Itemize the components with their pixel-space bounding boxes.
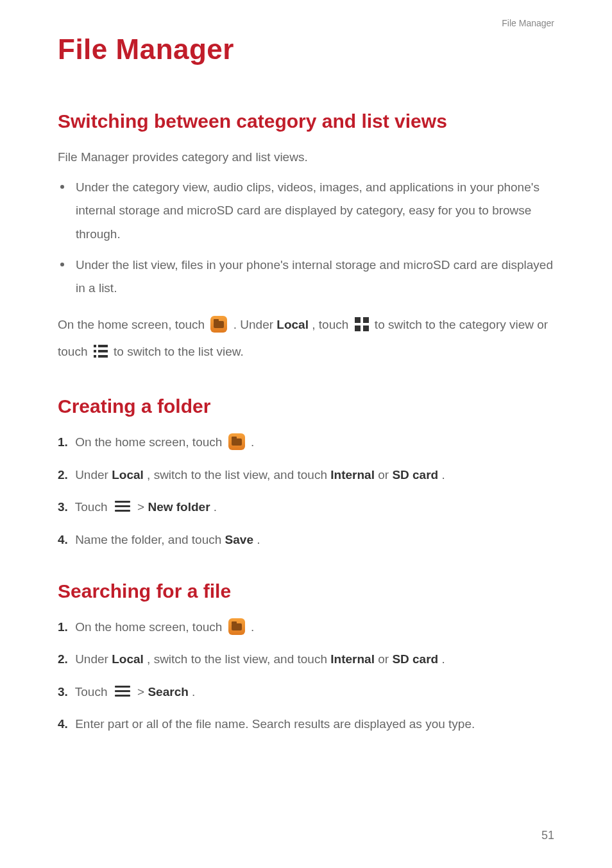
list-item: 4. Enter part or all of the file name. S…	[58, 715, 554, 734]
list-item: Under the list view, files in your phone…	[58, 254, 554, 300]
text-fragment: .	[214, 500, 217, 514]
text-fragment: , switch to the list view, and touch	[147, 652, 330, 666]
text-fragment: Name the folder, and touch	[75, 533, 225, 546]
file-manager-app-icon	[228, 433, 245, 450]
instruction-paragraph: On the home screen, touch . Under Local …	[58, 311, 554, 365]
text-fragment: . Under	[234, 318, 277, 331]
step-number: 4.	[58, 717, 68, 731]
text-fragment: .	[441, 652, 445, 666]
bold-sdcard: SD card	[392, 652, 438, 666]
list-item: Under the category view, audio clips, vi…	[58, 176, 554, 245]
menu-icon	[115, 501, 130, 512]
text-fragment: On the home screen, touch	[75, 620, 225, 634]
text-fragment: Touch	[75, 500, 111, 514]
text-fragment: Under	[75, 652, 112, 666]
text-fragment: .	[251, 620, 254, 634]
text-fragment: On the home screen, touch	[75, 435, 225, 449]
file-manager-app-icon	[228, 618, 245, 635]
ordered-steps: 1. On the home screen, touch . 2. Under …	[58, 433, 554, 550]
bold-new-folder: New folder	[148, 500, 210, 514]
text-fragment: or	[378, 652, 392, 666]
list-item: 2. Under Local , switch to the list view…	[58, 465, 554, 485]
step-number: 3.	[58, 685, 68, 699]
bold-local: Local	[112, 468, 144, 482]
text-fragment: .	[441, 468, 445, 482]
list-item: 4. Name the folder, and touch Save .	[58, 530, 554, 550]
list-item: 1. On the home screen, touch .	[58, 433, 554, 452]
bold-internal: Internal	[330, 652, 375, 666]
step-number: 1.	[58, 435, 68, 449]
step-number: 3.	[58, 500, 68, 514]
page-number: 51	[541, 829, 554, 842]
text-fragment: , touch	[312, 318, 352, 331]
heading-searching-file: Searching for a file	[58, 580, 554, 602]
step-number: 2.	[58, 652, 68, 666]
header-section-label: File Manager	[502, 18, 554, 28]
text-fragment: >	[137, 685, 148, 699]
text-fragment: >	[137, 500, 148, 514]
menu-icon	[115, 686, 130, 697]
intro-paragraph: File Manager provides category and list …	[58, 148, 554, 167]
page-title: File Manager	[58, 33, 554, 65]
text-fragment: On the home screen, touch	[58, 318, 208, 331]
list-view-icon	[94, 345, 108, 358]
heading-switching-views: Switching between category and list view…	[58, 110, 554, 132]
bold-sdcard: SD card	[392, 468, 438, 482]
bold-local: Local	[112, 652, 144, 666]
file-manager-app-icon	[210, 316, 227, 333]
step-number: 2.	[58, 468, 68, 482]
bullet-list: Under the category view, audio clips, vi…	[58, 176, 554, 299]
bold-save: Save	[225, 533, 253, 546]
step-number: 4.	[58, 533, 68, 546]
text-fragment: .	[251, 435, 254, 449]
heading-creating-folder: Creating a folder	[58, 395, 554, 417]
bold-search: Search	[148, 685, 188, 699]
text-fragment: .	[192, 685, 195, 699]
bold-internal: Internal	[330, 468, 375, 482]
text-fragment: Enter part or all of the file name. Sear…	[75, 717, 475, 731]
text-fragment: to switch to the list view.	[114, 345, 244, 358]
text-fragment: .	[257, 533, 260, 546]
list-item: 2. Under Local , switch to the list view…	[58, 650, 554, 669]
list-item: 3. Touch > Search .	[58, 682, 554, 702]
text-fragment: Touch	[75, 685, 111, 699]
bold-local: Local	[276, 318, 309, 331]
text-fragment: or	[378, 468, 392, 482]
text-fragment: Under	[75, 468, 112, 482]
text-fragment: , switch to the list view, and touch	[147, 468, 330, 482]
category-view-icon	[355, 317, 369, 331]
page: File Manager File Manager Switching betw…	[0, 0, 612, 868]
ordered-steps: 1. On the home screen, touch . 2. Under …	[58, 618, 554, 734]
list-item: 1. On the home screen, touch .	[58, 618, 554, 637]
step-number: 1.	[58, 620, 68, 634]
list-item: 3. Touch > New folder .	[58, 498, 554, 517]
